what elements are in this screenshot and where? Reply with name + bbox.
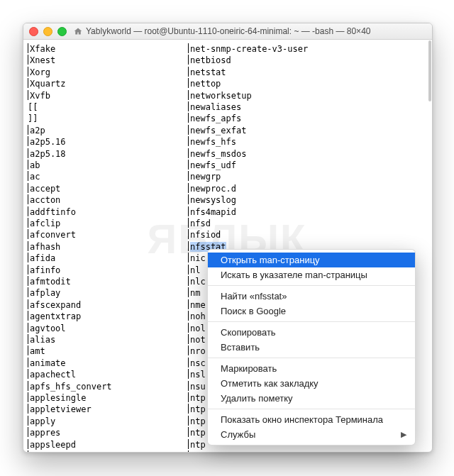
titlebar: Yablykworld — root@Ubuntu-1110-oneiric-6…: [23, 23, 432, 40]
term-left-entry: ab: [28, 160, 40, 171]
term-left-entry: Xfake: [28, 43, 55, 55]
term-right-entry: newsyslog: [188, 194, 236, 206]
term-left-entry: afida: [28, 253, 55, 264]
menu-item[interactable]: Искать в указателе man-страницы: [208, 267, 415, 282]
menu-item[interactable]: Открыть man-страницу: [208, 253, 415, 267]
menu-item[interactable]: Показать окно инспектора Терминала: [208, 412, 415, 427]
term-right-entry: nsl: [188, 369, 206, 380]
term-right-entry: nettop: [188, 78, 221, 89]
menu-item[interactable]: Удалить пометку: [208, 391, 415, 406]
term-left-entry: amt: [28, 345, 45, 357]
term-right-entry: ntp: [188, 416, 206, 427]
menu-item[interactable]: Отметить как закладку: [208, 376, 415, 391]
term-right-entry: nic: [188, 253, 206, 264]
term-left-entry: appletviewer: [28, 404, 92, 415]
term-right-entry: nme: [188, 299, 206, 311]
term-right-entry: newfs_exfat: [188, 125, 246, 136]
term-left-entry: Xvfb: [28, 90, 50, 101]
term-right-entry: newfs_msdos: [188, 148, 246, 160]
scroll-thumb[interactable]: [428, 40, 431, 101]
term-left-entry: agvtool: [28, 323, 66, 334]
term-right-entry: newfs_udf: [188, 160, 236, 171]
menu-item[interactable]: Скопировать: [208, 325, 415, 340]
menu-separator: [208, 409, 415, 409]
term-left-entry: appres: [28, 427, 60, 438]
term-left-entry: a2p5.18: [28, 148, 66, 160]
term-left-entry: accept: [28, 183, 60, 194]
term-left-entry: accton: [28, 194, 60, 206]
submenu-arrow-icon: ▶: [401, 427, 406, 442]
term-left-entry: Xquartz: [28, 78, 66, 89]
window-controls: [29, 27, 67, 36]
close-icon[interactable]: [29, 27, 38, 36]
zoom-icon[interactable]: [57, 27, 67, 36]
term-left-entry: applesingle: [28, 392, 86, 404]
term-left-entry: afconvert: [28, 229, 76, 240]
term-right-entry: newgrp: [188, 171, 221, 182]
term-right-entry: nsc: [188, 358, 206, 369]
term-right-entry: net-snmp-create-v3-user: [188, 43, 308, 55]
term-left-entry: afclip: [28, 218, 60, 229]
term-right-entry: networksetup: [188, 90, 252, 101]
term-left-entry: alias: [28, 334, 55, 345]
term-right-entry: newaliases: [188, 101, 241, 113]
term-left-entry: afhash: [28, 241, 60, 253]
term-left-entry: Xnest: [28, 55, 55, 66]
term-right-entry: not: [188, 334, 206, 345]
term-right-entry: netbiosd: [188, 55, 231, 66]
menu-item[interactable]: Найти «nfsstat»: [208, 289, 415, 304]
menu-item[interactable]: Маркировать: [208, 361, 415, 376]
term-left-entry: apply: [28, 416, 55, 427]
term-right-entry: nfs4mapid: [188, 206, 236, 218]
home-icon: [74, 27, 82, 35]
term-left-entry: afmtodit: [28, 276, 71, 287]
term-right-entry: ntp: [188, 392, 206, 404]
term-right-entry: nlc: [188, 276, 206, 287]
menu-separator: [208, 285, 415, 286]
term-right-entry: nfsd: [188, 218, 211, 229]
term-right-entry: nl: [188, 265, 200, 276]
context-menu: Открыть man-страницуИскать в указателе m…: [207, 249, 416, 445]
term-right-entry: nro: [188, 345, 206, 357]
term-right-entry: noh: [188, 311, 206, 322]
menu-separator: [208, 358, 415, 358]
term-left-entry: a2p: [28, 125, 45, 136]
term-left-entry: ]]: [28, 113, 38, 124]
term-left-entry: Xorg: [28, 67, 50, 78]
menu-item[interactable]: Поиск в Google: [208, 304, 415, 319]
term-left-entry: afplay: [28, 287, 60, 299]
scrollbar[interactable]: [428, 40, 431, 451]
term-right-entry: newproc.d: [188, 183, 236, 194]
term-right-entry: newfs_hfs: [188, 136, 236, 148]
term-left-entry: apachectl: [28, 369, 76, 380]
term-right-entry: ntp: [188, 404, 206, 415]
term-left-entry: apfs_hfs_convert: [28, 381, 112, 392]
term-left-entry: agentxtrap: [28, 311, 81, 322]
term-left-entry: appsleepd: [28, 439, 76, 450]
term-right-entry: nsu: [188, 381, 206, 392]
term-left-entry: ac: [28, 171, 40, 182]
term-left-entry: apropos: [28, 450, 66, 453]
term-left-entry: [[: [28, 101, 38, 113]
term-right-entry: nfsiod: [188, 229, 221, 240]
menu-item[interactable]: Службы▶: [208, 427, 415, 442]
term-right-entry: ntp: [188, 450, 206, 453]
term-right-entry: nm: [188, 287, 200, 299]
term-right-entry: nol: [188, 323, 206, 334]
window-title: Yablykworld — root@Ubuntu-1110-oneiric-6…: [86, 26, 370, 36]
term-left-entry: afscexpand: [28, 299, 81, 311]
term-right-entry: netstat: [188, 67, 226, 78]
term-right-entry: ntp: [188, 427, 206, 438]
term-left-entry: addftinfo: [28, 206, 76, 218]
term-right-entry: ntp: [188, 439, 206, 450]
menu-item[interactable]: Вставить: [208, 340, 415, 355]
term-right-entry: newfs_apfs: [188, 113, 241, 124]
term-left-entry: a2p5.16: [28, 136, 66, 148]
term-left-entry: afinfo: [28, 265, 60, 276]
menu-separator: [208, 321, 415, 322]
term-left-entry: animate: [28, 358, 66, 369]
minimize-icon[interactable]: [43, 27, 52, 36]
